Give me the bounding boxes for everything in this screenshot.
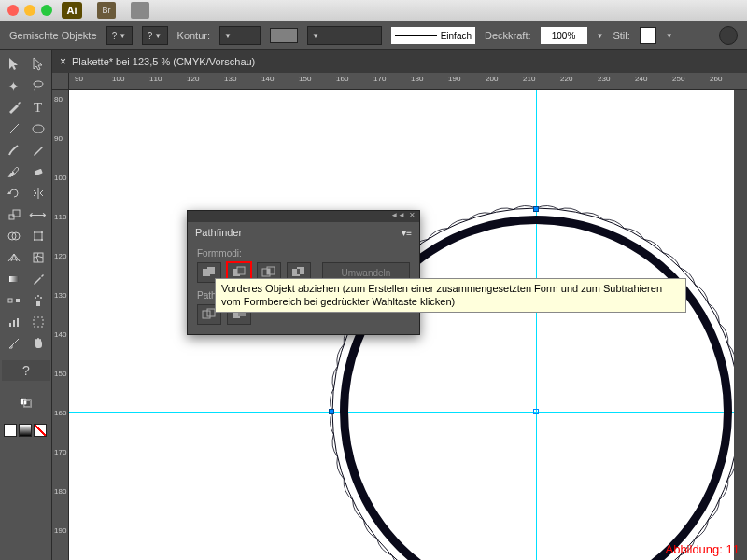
svg-rect-3 — [34, 169, 42, 175]
anchor-center[interactable] — [533, 409, 539, 414]
svg-rect-14 — [9, 276, 19, 282]
hand-tool[interactable] — [26, 333, 49, 354]
doc-title: Plakette* bei 123,5 % (CMYK/Vorschau) — [72, 56, 255, 67]
style-arrow[interactable]: ▼ — [666, 32, 673, 40]
slice-tool[interactable] — [2, 333, 25, 354]
none-mode[interactable] — [34, 424, 47, 437]
tooltip: Vorderes Objekt abziehen (zum Erstellen … — [215, 278, 686, 313]
toolbox: ✦ T 🖌 ⟷ — [0, 50, 52, 560]
stroke-swatch[interactable] — [270, 28, 298, 43]
ruler-horizontal[interactable]: 9010011012013014015016017018019020021022… — [69, 73, 747, 90]
brush-tool[interactable] — [2, 140, 25, 161]
ellipse-tool[interactable] — [26, 119, 49, 139]
anchor-top[interactable] — [533, 206, 539, 212]
svg-rect-35 — [267, 269, 270, 274]
opacity-arrow[interactable]: ▼ — [597, 32, 604, 40]
svg-rect-17 — [36, 301, 40, 306]
column-graph-tool[interactable] — [2, 312, 25, 332]
svg-point-18 — [35, 297, 36, 299]
mesh-tool[interactable] — [26, 247, 49, 268]
perspective-grid-tool[interactable] — [2, 247, 25, 268]
svg-point-2 — [33, 125, 44, 133]
scale-tool[interactable] — [2, 204, 25, 225]
line-tool[interactable] — [2, 119, 25, 139]
eraser-tool[interactable] — [26, 161, 49, 182]
stil-label: Stil: — [613, 30, 629, 41]
svg-rect-24 — [34, 317, 43, 327]
unknown-tool[interactable]: ? — [2, 360, 50, 381]
kontur-label: Kontur: — [177, 30, 210, 41]
svg-rect-32 — [237, 267, 245, 274]
svg-rect-13 — [34, 253, 43, 262]
panel-menu-icon[interactable]: ▾≡ — [402, 228, 412, 238]
pathfinder-tab[interactable]: Pathfinder — [195, 227, 242, 238]
svg-rect-40 — [207, 309, 215, 316]
svg-point-19 — [37, 295, 39, 297]
pencil-tool[interactable] — [26, 140, 49, 161]
formmodi-label: Formmodi: — [197, 248, 410, 259]
right-panel-strip[interactable] — [734, 90, 747, 560]
svg-rect-39 — [203, 311, 210, 318]
artboard-tool[interactable] — [26, 312, 49, 332]
pathfinder-header[interactable]: ◄◄✕ — [188, 211, 419, 222]
svg-point-20 — [40, 297, 42, 299]
shape-builder-tool[interactable] — [2, 226, 25, 246]
minimize-traffic[interactable] — [24, 5, 35, 16]
style-swatch[interactable] — [640, 27, 656, 44]
color-mode[interactable] — [4, 424, 17, 437]
gradient-mode[interactable] — [19, 424, 32, 437]
svg-line-1 — [9, 124, 19, 133]
svg-rect-30 — [207, 267, 215, 274]
arrange-icon[interactable] — [131, 2, 149, 19]
anchor-left[interactable] — [329, 409, 334, 414]
direct-selection-tool[interactable] — [26, 54, 49, 75]
panel-toggle[interactable] — [719, 26, 738, 45]
svg-rect-38 — [297, 269, 300, 274]
blend-tool[interactable] — [2, 290, 25, 311]
svg-rect-15 — [8, 299, 12, 302]
type-tool[interactable]: T — [26, 97, 49, 118]
svg-rect-8 — [35, 232, 42, 240]
opacity-input[interactable]: 100% — [541, 27, 587, 44]
ruler-vertical[interactable]: 8090100110120130140150160170180190 — [52, 90, 69, 560]
pen-tool[interactable] — [2, 97, 25, 118]
rotate-tool[interactable] — [2, 183, 25, 203]
zoom-traffic[interactable] — [41, 5, 52, 16]
close-traffic[interactable] — [7, 5, 19, 16]
width-tool[interactable]: ⟷ — [26, 204, 49, 225]
stroke-style-sel[interactable]: Einfach — [391, 27, 475, 44]
collapse-icon[interactable]: ◄◄ — [390, 211, 405, 222]
close-icon[interactable]: ✕ — [409, 211, 416, 222]
fill-stroke-swap[interactable] — [2, 385, 49, 419]
titlebar: Ai Br — [0, 0, 747, 21]
blob-brush-tool[interactable]: 🖌 — [2, 161, 25, 182]
symbol-sprayer-tool[interactable] — [26, 290, 49, 311]
svg-point-12 — [41, 239, 43, 241]
selection-tool[interactable] — [2, 54, 25, 75]
pathfinder-panel: ◄◄✕ Pathfinder▾≡ Formmodi: Umwandeln Pat… — [187, 210, 420, 335]
svg-point-9 — [34, 231, 35, 233]
free-transform-tool[interactable] — [26, 226, 49, 246]
app-badge: Ai — [62, 2, 82, 19]
document-tab[interactable]: × Plakette* bei 123,5 % (CMYK/Vorschau) — [52, 50, 747, 73]
stroke-width-sel[interactable]: ▼ — [307, 26, 382, 45]
bridge-icon[interactable]: Br — [97, 2, 116, 19]
svg-rect-23 — [17, 318, 19, 327]
fill-dropdown[interactable]: ?▼ — [106, 26, 133, 45]
magic-wand-tool[interactable]: ✦ — [2, 76, 25, 96]
stroke-weight[interactable]: ▼ — [219, 26, 261, 45]
svg-point-0 — [34, 81, 43, 87]
stroke-dropdown[interactable]: ?▼ — [142, 26, 168, 45]
gradient-tool[interactable] — [2, 269, 25, 289]
control-bar: Gemischte Objekte ?▼ ?▼ Kontur: ▼ ▼ Einf… — [0, 21, 747, 50]
doc-close-icon[interactable]: × — [60, 55, 66, 68]
selection-type: Gemischte Objekte — [9, 30, 97, 41]
eyedropper-tool[interactable] — [26, 269, 49, 289]
figure-label: Abbildung: 11 — [665, 542, 740, 556]
reflect-tool[interactable] — [26, 183, 49, 203]
svg-rect-21 — [9, 323, 11, 327]
svg-point-11 — [34, 239, 35, 241]
lasso-tool[interactable] — [26, 76, 49, 96]
ruler-origin[interactable] — [52, 73, 69, 90]
svg-rect-16 — [16, 299, 20, 302]
